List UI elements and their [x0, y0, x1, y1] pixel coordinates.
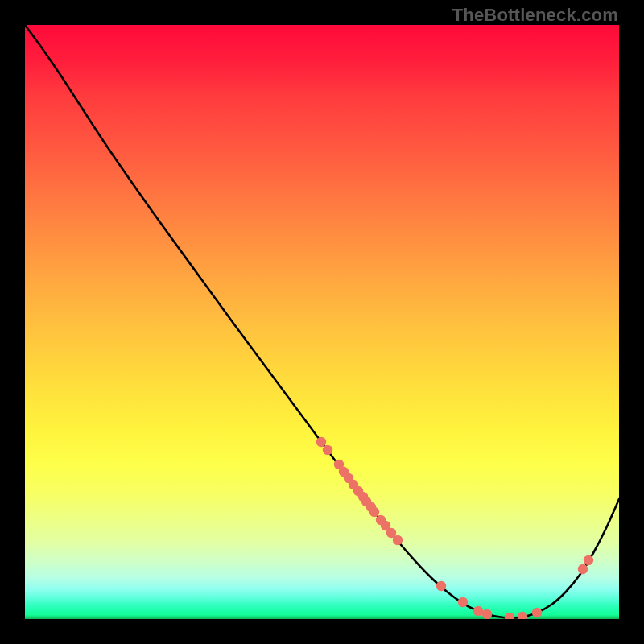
data-marker — [505, 613, 514, 619]
data-marker — [532, 608, 542, 617]
chart-svg — [25, 25, 619, 619]
data-marker — [323, 445, 332, 455]
data-marker — [316, 437, 326, 447]
data-marker — [458, 597, 468, 607]
data-marker — [482, 609, 492, 619]
data-marker — [584, 555, 593, 565]
data-markers-group — [316, 437, 593, 619]
data-marker — [473, 606, 483, 616]
data-marker — [518, 612, 527, 619]
bottleneck-curve — [25, 25, 619, 618]
plot-area — [25, 25, 619, 619]
data-marker — [578, 564, 588, 574]
data-marker — [393, 535, 402, 545]
watermark-text: TheBottleneck.com — [452, 5, 618, 26]
data-marker — [369, 507, 379, 517]
data-marker — [436, 581, 446, 591]
